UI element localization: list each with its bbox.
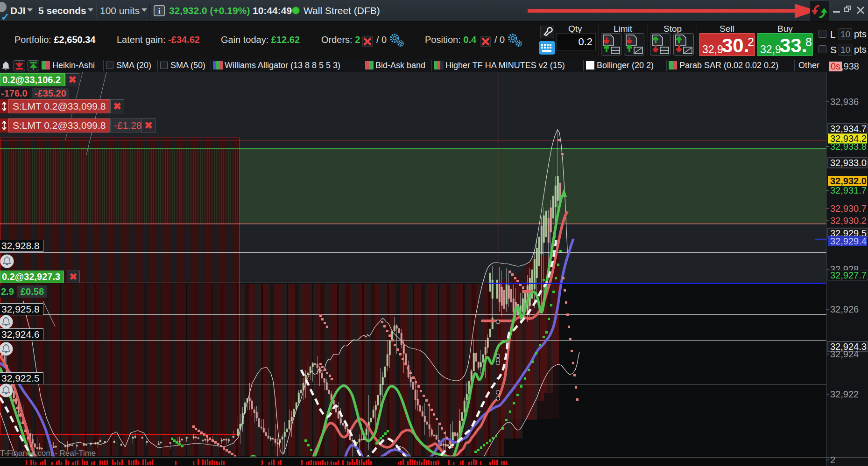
svg-text:32,929.4: 32,929.4 [830, 236, 867, 246]
svg-text:32,936: 32,936 [830, 97, 859, 107]
svg-text:2: 2 [830, 455, 835, 465]
svg-text:32,934.7: 32,934.7 [830, 124, 867, 134]
svg-text:32,922: 32,922 [830, 389, 859, 399]
svg-text:32,926: 32,926 [830, 304, 859, 314]
svg-text:32,924: 32,924 [830, 349, 859, 359]
svg-text:32,933.0: 32,933.0 [830, 158, 867, 168]
svg-text:32,927.7: 32,927.7 [830, 270, 867, 280]
svg-text:32,930.7: 32,930.7 [830, 203, 867, 214]
svg-text:32,932.0: 32,932.0 [830, 176, 867, 186]
svg-text:T-Finance.com - Real-Time: T-Finance.com - Real-Time [0, 449, 96, 458]
svg-text:32,933.8: 32,933.8 [830, 141, 867, 152]
svg-text:32,931.7: 32,931.7 [830, 185, 867, 195]
svg-text:32,930.2: 32,930.2 [830, 216, 867, 226]
